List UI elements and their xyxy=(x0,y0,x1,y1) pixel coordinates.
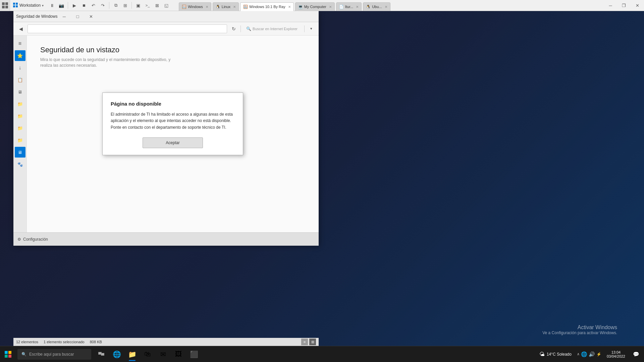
photos-btn[interactable]: 🖼 xyxy=(171,347,186,362)
svg-rect-5 xyxy=(16,3,18,5)
folder-icon-3[interactable]: 📁 xyxy=(15,123,25,133)
taskbar: 🔍 Escribe aquí para buscar 🌐 📁 🛍 xyxy=(0,346,644,362)
tab-close-windows[interactable]: ✕ xyxy=(206,5,208,9)
tab-my-computer[interactable]: 💻 My Computer ✕ xyxy=(295,2,335,11)
dialog-text: El administrador de TI ha limitado el ac… xyxy=(111,111,235,131)
network-icon[interactable]: 🌐 xyxy=(581,351,587,357)
time-display: 13:04 xyxy=(611,350,621,354)
explorer-icon: 📁 xyxy=(128,350,137,358)
vmware-terminal-icon[interactable]: >_ xyxy=(143,1,152,10)
gear-icon: ⚙ xyxy=(17,237,21,242)
list-view-btn[interactable]: ≡ xyxy=(301,339,308,345)
svg-rect-10 xyxy=(5,355,8,358)
store-icon: 🛍 xyxy=(144,350,151,358)
edge-icon: 🌐 xyxy=(113,350,121,358)
items-count: 12 elementos xyxy=(16,340,38,344)
weather-text: 14°C Soleado xyxy=(547,352,572,357)
folder-icon-2[interactable]: 📁 xyxy=(15,111,25,121)
app-minimize-btn[interactable]: ─ xyxy=(604,0,617,11)
svg-rect-0 xyxy=(2,2,5,5)
svg-rect-9 xyxy=(8,351,11,354)
address-input[interactable] xyxy=(28,24,227,33)
clock[interactable]: 13:04 03/04/2022 xyxy=(604,350,628,358)
notification-btn[interactable]: 💬 xyxy=(631,346,641,362)
taskview-btn[interactable] xyxy=(94,347,109,362)
monitor-icon[interactable]: 🖥 xyxy=(15,86,25,97)
vmware-reset-icon[interactable]: ↷ xyxy=(98,1,107,10)
tab-close-linux[interactable]: ✕ xyxy=(233,5,236,9)
tab-icon: 🪟 xyxy=(182,5,186,9)
computer-nav-icon[interactable]: 🖥 xyxy=(15,147,25,158)
vmware-snapshot-icon[interactable]: 📷 xyxy=(57,1,66,10)
settings-button[interactable]: ⚙ Configuración xyxy=(17,237,48,242)
tab-windows-ray[interactable]: 🪟 Windows 10.1 By Ray ✕ xyxy=(240,2,294,11)
vmware-title-text: Workstation xyxy=(19,3,41,8)
window-close-btn[interactable]: ✕ xyxy=(84,11,98,22)
window-maximize-btn[interactable]: □ xyxy=(71,11,84,22)
search-bar[interactable]: 🔍 Buscar en Internet Explorer xyxy=(243,26,301,31)
vmware-fit-icon[interactable]: ◱ xyxy=(162,1,171,10)
vmware-display-icon[interactable]: ▣ xyxy=(134,1,143,10)
volume-icon[interactable]: 🔊 xyxy=(589,351,595,357)
favorites-icon[interactable]: ⭐ xyxy=(15,50,25,61)
store-btn[interactable]: 🛍 xyxy=(140,347,155,362)
view-buttons: ≡ ⊞ xyxy=(301,339,316,345)
vmware-stretch-icon[interactable]: ⊠ xyxy=(153,1,161,10)
vmware-fullscreen-icon[interactable]: ⧉ xyxy=(111,1,120,10)
app-restore-btn[interactable]: ❐ xyxy=(617,0,631,11)
taskbar-search[interactable]: 🔍 Escribe aquí para buscar xyxy=(17,349,91,360)
taskbar-tray: 🌤 14°C Soleado ∧ 🌐 🔊 ⚡ 13:04 03/04/2022 xyxy=(537,346,644,362)
start-button[interactable] xyxy=(0,346,16,362)
tab-linux[interactable]: 🐧 Linux ✕ xyxy=(213,2,239,11)
search-icon: 🔍 xyxy=(246,26,251,31)
tray-expand-btn[interactable]: ∧ xyxy=(577,352,580,356)
vmware-power-off-icon[interactable]: ⏹ xyxy=(79,1,88,10)
menu-icon[interactable]: ≡ xyxy=(15,38,25,49)
notification-icon: 💬 xyxy=(633,351,639,357)
grid-view-btn[interactable]: ⊞ xyxy=(309,339,316,345)
vmware-dropdown-icon[interactable]: ▾ xyxy=(42,4,44,7)
dialog-title: Página no disponible xyxy=(111,101,235,107)
vmware-logo[interactable] xyxy=(0,0,10,11)
weather-widget[interactable]: 🌤 14°C Soleado xyxy=(537,351,574,357)
refresh-btn[interactable]: ↻ xyxy=(229,24,238,34)
tab-close-ray[interactable]: ✕ xyxy=(288,5,291,9)
mail-icon: ✉ xyxy=(160,350,166,358)
vmware-unity-icon[interactable]: ⊞ xyxy=(121,1,129,10)
folder-icon-1[interactable]: 📁 xyxy=(15,99,25,109)
window-controls: ─ □ ✕ xyxy=(57,11,98,22)
svg-rect-2 xyxy=(2,6,5,8)
terminal-btn[interactable]: ⬛ xyxy=(186,347,201,362)
back-button[interactable]: ◀ xyxy=(16,24,25,34)
vmware-workstation-menu[interactable]: Workstation ▾ xyxy=(10,0,46,11)
vmware-toolbar: Workstation ▾ ⏸ 📷 ▶ ⏹ ↶ ↷ ⧉ ⊞ ▣ >_ ⊠ ◱ 🪟 xyxy=(0,0,644,11)
tab-itur[interactable]: 📄 Itur... ✕ xyxy=(336,2,362,11)
ubuntu-icon[interactable]: 🐾 xyxy=(15,159,25,170)
search-placeholder: Buscar en Internet Explorer xyxy=(253,27,298,31)
vmware-power-on-icon[interactable]: ▶ xyxy=(70,1,79,10)
window-titlebar: Seguridad de Windows ─ □ ✕ xyxy=(13,11,319,22)
explorer-btn[interactable]: 📁 xyxy=(125,347,140,362)
vmware-suspend-icon[interactable]: ↶ xyxy=(89,1,98,10)
window-minimize-btn[interactable]: ─ xyxy=(57,11,71,22)
power-icon[interactable]: ⚡ xyxy=(596,352,601,357)
clipboard-icon[interactable]: 📋 xyxy=(15,74,25,85)
tab-close-computer[interactable]: ✕ xyxy=(329,5,332,9)
terminal-icon: ⬛ xyxy=(190,350,198,358)
folder-icon-4[interactable]: 📁 xyxy=(15,135,25,145)
tab-ubuntu-icon: 🐧 xyxy=(366,5,371,9)
tab-windows[interactable]: 🪟 Windows ✕ xyxy=(179,2,211,11)
mail-btn[interactable]: ✉ xyxy=(156,347,170,362)
download-icon[interactable]: ↓ xyxy=(15,62,25,73)
addr-dropdown[interactable]: ▾ xyxy=(307,24,316,34)
desktop: Workstation ▾ ⏸ 📷 ▶ ⏹ ↶ ↷ ⧉ ⊞ ▣ >_ ⊠ ◱ 🪟 xyxy=(0,0,644,362)
edge-btn[interactable]: 🌐 xyxy=(109,347,124,362)
tab-ubuntu[interactable]: 🐧 Ubu... ✕ xyxy=(363,2,390,11)
app-close-btn[interactable]: ✕ xyxy=(631,0,644,11)
tab-close-ubuntu[interactable]: ✕ xyxy=(385,5,387,9)
dialog-accept-btn[interactable]: Aceptar xyxy=(143,137,203,148)
vmware-pause-icon[interactable]: ⏸ xyxy=(48,1,56,10)
addr-sep2 xyxy=(304,25,305,32)
tab-close-itur[interactable]: ✕ xyxy=(356,5,359,9)
svg-rect-1 xyxy=(5,2,8,5)
